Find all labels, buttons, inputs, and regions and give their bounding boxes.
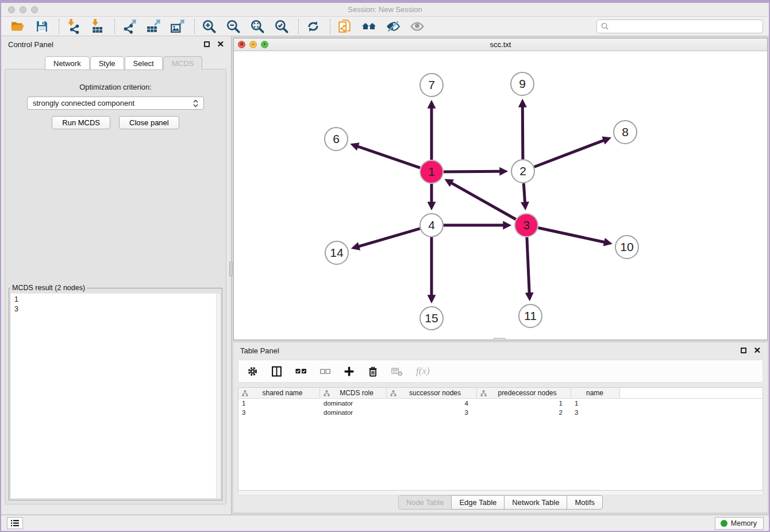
export-image-icon — [170, 19, 185, 34]
select-all-button[interactable] — [295, 367, 307, 375]
node-label: 7 — [428, 78, 435, 91]
create-column-button[interactable] — [344, 366, 355, 377]
table-cell: 1 — [571, 400, 620, 407]
edge-3-10[interactable] — [538, 228, 605, 242]
hide-items-button[interactable] — [384, 18, 402, 34]
network-graph[interactable]: 7968124314101511 — [234, 52, 767, 340]
node-1[interactable]: 1 — [420, 160, 443, 183]
delete-columns-button[interactable] — [368, 366, 378, 377]
close-table-panel-button[interactable]: ✕ — [753, 348, 761, 353]
show-items-button[interactable] — [409, 18, 426, 34]
edge-3-1[interactable] — [452, 183, 516, 219]
column-type-icon — [390, 390, 396, 396]
zoom-fit-button[interactable] — [249, 18, 266, 34]
tab-style[interactable]: Style — [90, 56, 124, 70]
gear-icon — [247, 366, 258, 377]
deselect-all-button[interactable] — [320, 368, 330, 375]
zoom-in-button[interactable] — [201, 18, 218, 34]
optimization-select[interactable]: strongly connected component — [27, 97, 204, 110]
node-label: 1 — [428, 165, 435, 178]
zoom-selected-button[interactable] — [273, 18, 290, 34]
edge-1-2[interactable] — [444, 171, 500, 172]
node-8[interactable]: 8 — [614, 121, 637, 144]
column-type-icon — [242, 390, 248, 396]
task-history-button[interactable] — [7, 517, 23, 529]
mcds-result-text[interactable]: 1 3 — [11, 294, 215, 498]
tab-node-table[interactable]: Node Table — [398, 495, 452, 510]
table-toolbar: f(x) — [238, 360, 763, 383]
table-panel: Table Panel ✕ f(x) shared nameMCDS roles… — [233, 342, 768, 512]
edge-2-3[interactable] — [523, 183, 525, 202]
close-panel-action-button[interactable]: Close panel — [119, 116, 179, 129]
tab-network[interactable]: Network — [45, 56, 90, 70]
export-table-button[interactable] — [145, 18, 162, 34]
network-canvas[interactable]: 7968124314101511 — [234, 52, 767, 340]
list-icon — [10, 519, 20, 527]
edge-4-14[interactable] — [359, 229, 419, 246]
tab-network-table[interactable]: Network Table — [504, 495, 567, 510]
table-settings-button[interactable] — [247, 366, 258, 377]
table-row[interactable]: 3dominator323 — [238, 408, 763, 417]
import-table-button[interactable] — [89, 18, 106, 34]
export-network-button[interactable] — [121, 18, 138, 34]
tab-mcds[interactable]: MCDS — [163, 56, 202, 70]
node-9[interactable]: 9 — [511, 72, 534, 95]
column-header-MCDS-role[interactable]: MCDS role — [320, 388, 387, 398]
column-header-successor-nodes[interactable]: successor nodes — [387, 388, 477, 398]
export-table-icon — [146, 19, 161, 34]
column-header-predecessor-nodes[interactable]: predecessor nodes — [477, 388, 571, 398]
toolbar-separator — [194, 19, 195, 34]
select-chevrons-icon — [193, 99, 198, 107]
mcds-result-box: MCDS result (2 nodes) 1 3 — [9, 284, 222, 500]
search-box[interactable] — [596, 20, 763, 33]
trash-icon — [368, 366, 378, 377]
node-6[interactable]: 6 — [325, 128, 348, 151]
save-session-button[interactable] — [33, 18, 51, 34]
mcds-result-title: MCDS result (2 nodes) — [10, 284, 87, 292]
memory-button[interactable]: Memory — [715, 517, 764, 530]
horizontal-splitter-handle[interactable] — [493, 338, 506, 341]
table-row[interactable]: 1dominator411 — [238, 399, 763, 408]
table-scrollbar[interactable] — [238, 491, 763, 495]
node-10[interactable]: 10 — [615, 236, 638, 259]
panel-splitter-handle[interactable] — [229, 261, 233, 276]
control-panel-title: Control Panel — [8, 40, 53, 49]
zoom-out-button[interactable] — [225, 18, 242, 34]
duplicate-network-icon — [337, 19, 352, 34]
column-header-shared-name[interactable]: shared name — [238, 388, 320, 398]
tab-select[interactable]: Select — [125, 56, 163, 70]
close-panel-button[interactable]: ✕ — [217, 41, 224, 47]
duplicate-network-button[interactable] — [336, 18, 353, 34]
tab-edge-table[interactable]: Edge Table — [451, 495, 505, 510]
refresh-network-icon — [306, 19, 321, 34]
node-label: 8 — [622, 125, 629, 138]
search-input[interactable] — [611, 22, 759, 30]
node-4[interactable]: 4 — [420, 214, 443, 237]
refresh-network-button[interactable] — [305, 18, 322, 34]
edge-2-8[interactable] — [534, 140, 604, 167]
node-15[interactable]: 15 — [420, 307, 443, 330]
zoom-selected-icon — [274, 19, 289, 34]
node-2[interactable]: 2 — [511, 160, 534, 183]
open-file-button[interactable] — [9, 18, 26, 34]
edge-2-9[interactable] — [522, 107, 523, 159]
float-panel-button[interactable] — [204, 41, 210, 47]
column-header-name[interactable]: name — [571, 388, 620, 398]
network-window-title: scc.txt — [234, 40, 767, 49]
result-scrollbar[interactable] — [216, 294, 220, 498]
run-mcds-button[interactable]: Run MCDS — [52, 116, 110, 129]
float-table-panel-button[interactable] — [741, 348, 746, 353]
node-11[interactable]: 11 — [519, 304, 542, 327]
edge-1-6[interactable] — [358, 147, 420, 168]
show-column-panel-button[interactable] — [271, 366, 282, 377]
node-table: shared nameMCDS rolesuccessor nodesprede… — [238, 387, 763, 491]
node-3[interactable]: 3 — [515, 214, 538, 237]
tab-motifs[interactable]: Motifs — [567, 495, 603, 510]
node-7[interactable]: 7 — [420, 74, 443, 97]
node-14[interactable]: 14 — [325, 241, 348, 264]
node-label: 10 — [620, 240, 633, 253]
edge-3-11[interactable] — [527, 237, 529, 293]
export-image-button[interactable] — [169, 18, 186, 34]
home-networks-button[interactable] — [360, 18, 378, 34]
import-network-button[interactable] — [65, 18, 82, 34]
